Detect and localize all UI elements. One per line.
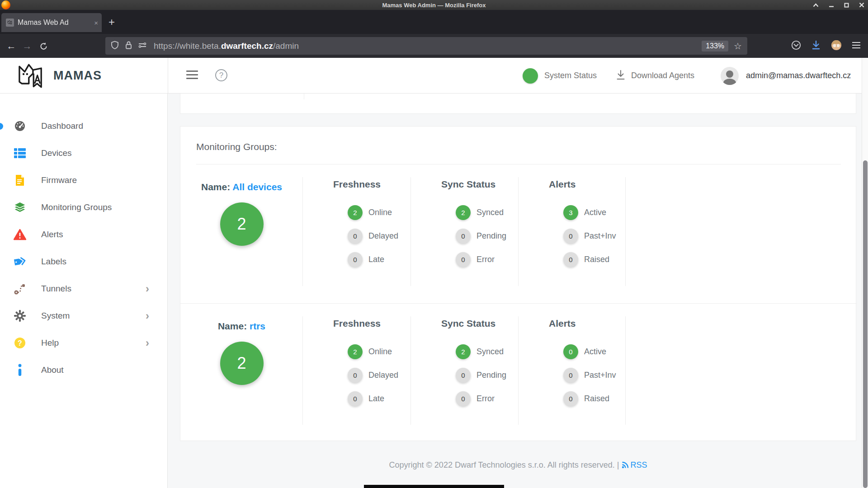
close-icon[interactable] xyxy=(859,2,864,8)
maximize-icon[interactable] xyxy=(844,3,849,8)
group-row-rtrs: Name: rtrs 2 Freshness 2Online 0Delayed … xyxy=(180,303,857,442)
group-total-badge: 2 xyxy=(220,342,264,385)
help-icon[interactable]: ? xyxy=(215,69,227,81)
stat-synced: 2Synced xyxy=(456,201,519,224)
stat-badge: 0 xyxy=(456,252,471,267)
sidebar-item-label: Help xyxy=(41,338,59,348)
download-agents-label: Download Agents xyxy=(631,71,694,80)
bookmark-star-icon[interactable]: ☆ xyxy=(734,41,742,52)
user-menu[interactable]: admin@mamas.dwarftech.cz xyxy=(721,58,851,94)
group-row-all-devices: Name: All devices 2 Freshness 2Online 0D… xyxy=(180,164,857,303)
minimize-icon[interactable] xyxy=(829,3,834,7)
stat-raised: 0Raised xyxy=(563,248,626,271)
alerts-column: Alerts 3Active 0Past+Inv 0Raised xyxy=(519,164,626,303)
gear-icon xyxy=(14,310,26,322)
sidebar-item-label: System xyxy=(41,311,70,321)
column-title: Alerts xyxy=(549,318,626,329)
sidebar-item-about[interactable]: About xyxy=(0,357,167,384)
group-total-badge: 2 xyxy=(220,202,264,246)
stat-badge: 0 xyxy=(348,229,363,244)
user-avatar-icon xyxy=(721,67,739,85)
system-status-label: System Status xyxy=(544,71,597,80)
stat-badge: 0 xyxy=(563,252,578,267)
stat-pending: 0Pending xyxy=(456,224,519,248)
group-name-cell: Name: rtrs 2 xyxy=(180,304,303,442)
stat-past-inv: 0Past+Inv xyxy=(563,363,626,387)
system-status[interactable]: System Status xyxy=(523,58,597,94)
tab-mamas-web-admin[interactable]: Mamas Web Ad × xyxy=(1,13,102,32)
stat-badge: 3 xyxy=(563,205,578,220)
rss-link[interactable]: RSS xyxy=(619,460,647,469)
sidebar-item-label: Firmware xyxy=(41,175,77,185)
mamas-fox-logo-icon xyxy=(16,62,46,91)
section-title: Monitoring Groups: xyxy=(196,141,277,152)
stat-late: 0Late xyxy=(348,248,411,271)
sidebar-item-label: Labels xyxy=(41,257,66,267)
firmware-file-icon xyxy=(14,174,26,187)
account-avatar-icon[interactable] xyxy=(831,40,842,52)
sync-status-column: Sync Status 2Synced 0Pending 0Error xyxy=(411,164,519,303)
active-indicator xyxy=(0,123,3,130)
scrollbar-thumb[interactable] xyxy=(863,160,868,488)
bottom-black-bar xyxy=(364,485,504,488)
group-name-link[interactable]: All devices xyxy=(232,182,282,192)
scrollbar[interactable] xyxy=(862,58,868,488)
sidebar-item-system[interactable]: System › xyxy=(0,302,167,329)
sidebar-item-alerts[interactable]: Alerts xyxy=(0,221,167,248)
sidebar-nav: Dashboard Devices Firmware Monitoring Gr… xyxy=(0,94,168,488)
sidebar-item-dashboard[interactable]: Dashboard xyxy=(0,113,167,140)
shield-icon[interactable] xyxy=(111,41,119,52)
sidebar-item-labels[interactable]: Labels xyxy=(0,248,167,275)
menu-hamburger-icon[interactable] xyxy=(852,42,861,51)
header-divider xyxy=(168,58,168,94)
chevron-up-icon[interactable] xyxy=(813,3,819,7)
new-tab-button[interactable]: + xyxy=(108,16,115,28)
stat-badge: 2 xyxy=(348,344,363,359)
sidebar-item-label: Monitoring Groups xyxy=(41,202,112,212)
permissions-icon[interactable] xyxy=(138,42,146,50)
copyright-text: Copyright © 2022 Dwarf Technologies s.r.… xyxy=(389,460,619,469)
stat-error: 0Error xyxy=(456,387,519,410)
sidebar-item-label: Tunnels xyxy=(41,284,71,294)
stat-error: 0Error xyxy=(456,248,519,271)
url-text[interactable]: https://white.beta.dwarftech.cz/admin xyxy=(154,41,702,51)
alert-triangle-icon xyxy=(14,228,26,241)
stat-badge: 0 xyxy=(563,229,578,244)
stat-badge: 0 xyxy=(563,368,578,383)
question-icon: ? xyxy=(14,337,26,349)
sidebar-item-help[interactable]: ? Help › xyxy=(0,329,167,357)
sidebar-item-label: About xyxy=(41,365,64,375)
back-button[interactable]: ← xyxy=(3,38,19,54)
forward-button[interactable]: → xyxy=(19,38,35,54)
stat-raised: 0Raised xyxy=(563,387,626,410)
stat-badge: 2 xyxy=(348,205,363,220)
lock-icon[interactable] xyxy=(125,41,132,52)
sidebar-toggle-icon[interactable] xyxy=(186,70,198,81)
zoom-level-badge[interactable]: 133% xyxy=(702,41,728,52)
stat-active: 3Active xyxy=(563,201,626,224)
sidebar-item-monitoring-groups[interactable]: Monitoring Groups xyxy=(0,194,167,221)
sidebar-item-firmware[interactable]: Firmware xyxy=(0,167,167,194)
download-agents[interactable]: Download Agents xyxy=(616,58,694,94)
partial-card-above xyxy=(180,94,856,114)
stat-badge: 0 xyxy=(456,229,471,244)
stat-pending: 0Pending xyxy=(456,363,519,387)
brand-name[interactable]: MAMAS xyxy=(53,69,102,83)
stat-badge: 0 xyxy=(348,252,363,267)
stat-badge: 0 xyxy=(563,344,578,359)
route-icon xyxy=(14,282,26,295)
reload-icon[interactable] xyxy=(35,38,52,54)
sidebar-item-devices[interactable]: Devices xyxy=(0,140,167,167)
group-name-link[interactable]: rtrs xyxy=(250,321,265,331)
stat-delayed: 0Delayed xyxy=(348,363,411,387)
downloads-icon[interactable] xyxy=(811,40,821,52)
stat-badge: 0 xyxy=(348,368,363,383)
stat-badge: 0 xyxy=(348,391,363,406)
tab-title: Mamas Web Ad xyxy=(18,19,92,27)
sidebar-item-tunnels[interactable]: Tunnels › xyxy=(0,275,167,302)
url-bar[interactable]: https://white.beta.dwarftech.cz/admin 13… xyxy=(105,37,747,55)
tab-strip: Mamas Web Ad × + xyxy=(0,10,868,34)
pocket-icon[interactable] xyxy=(791,40,801,52)
tab-close-icon[interactable]: × xyxy=(94,19,98,27)
main-content: Monitoring Groups: Name: All devices 2 F… xyxy=(168,94,868,488)
